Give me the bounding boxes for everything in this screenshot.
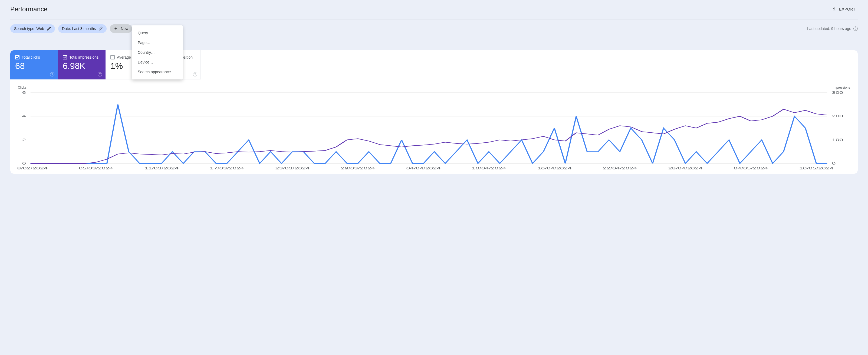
svg-text:28/02/2024: 28/02/2024 bbox=[17, 167, 48, 170]
svg-text:29/03/2024: 29/03/2024 bbox=[341, 167, 375, 170]
performance-chart: 0246010020030028/02/202405/03/202411/03/… bbox=[17, 90, 851, 171]
chip-new-filter[interactable]: New bbox=[110, 24, 132, 33]
export-label: EXPORT bbox=[839, 7, 856, 11]
page-title: Performance bbox=[10, 5, 48, 13]
svg-text:11/03/2024: 11/03/2024 bbox=[144, 167, 179, 170]
svg-text:04/04/2024: 04/04/2024 bbox=[406, 167, 440, 170]
svg-text:23/03/2024: 23/03/2024 bbox=[275, 167, 310, 170]
metric-tab-impressions[interactable]: Total impressions 6.98K ? bbox=[58, 50, 105, 79]
metric-impressions-label: Total impressions bbox=[69, 55, 98, 60]
last-updated-text: Last updated: 9 hours ago bbox=[807, 27, 851, 31]
svg-text:10/04/2024: 10/04/2024 bbox=[472, 167, 506, 170]
metric-tab-clicks[interactable]: Total clicks 68 ? bbox=[10, 50, 58, 79]
svg-text:0: 0 bbox=[22, 162, 26, 165]
metric-clicks-value: 68 bbox=[15, 62, 53, 70]
dropdown-item-query[interactable]: Query… bbox=[132, 28, 183, 38]
svg-text:22/04/2024: 22/04/2024 bbox=[602, 167, 637, 170]
help-icon[interactable]: ? bbox=[98, 72, 102, 76]
export-button[interactable]: EXPORT bbox=[830, 5, 858, 13]
svg-text:28/04/2024: 28/04/2024 bbox=[668, 167, 703, 170]
chip-search-type[interactable]: Search type: Web bbox=[10, 24, 55, 33]
y-left-axis-label: Clicks bbox=[18, 86, 27, 90]
help-icon[interactable]: ? bbox=[50, 72, 54, 76]
dropdown-item-device[interactable]: Device… bbox=[132, 57, 183, 67]
metric-clicks-label: Total clicks bbox=[22, 55, 40, 60]
metric-impressions-value: 6.98K bbox=[63, 62, 100, 70]
svg-text:0: 0 bbox=[832, 162, 836, 165]
help-icon[interactable]: ? bbox=[193, 72, 197, 76]
chip-date[interactable]: Date: Last 3 months bbox=[58, 24, 106, 33]
svg-text:17/03/2024: 17/03/2024 bbox=[210, 167, 244, 170]
pencil-icon bbox=[98, 27, 103, 31]
svg-text:16/04/2024: 16/04/2024 bbox=[537, 167, 571, 170]
chip-search-type-label: Search type: Web bbox=[14, 27, 44, 31]
dropdown-item-search-appearance[interactable]: Search appearance… bbox=[132, 67, 183, 77]
help-icon[interactable]: ? bbox=[854, 27, 858, 31]
pencil-icon bbox=[47, 27, 51, 31]
svg-text:2: 2 bbox=[22, 138, 26, 142]
svg-text:100: 100 bbox=[832, 138, 843, 142]
page-header: Performance EXPORT bbox=[10, 5, 858, 20]
chip-new-label: New bbox=[121, 27, 128, 31]
checkbox-checked-icon bbox=[15, 55, 20, 60]
new-filter-dropdown: Query… Page… Country… Device… Search app… bbox=[132, 25, 183, 79]
svg-text:4: 4 bbox=[22, 114, 26, 118]
download-icon bbox=[832, 6, 836, 12]
svg-text:05/03/2024: 05/03/2024 bbox=[79, 167, 113, 170]
y-right-axis-label: Impressions bbox=[833, 86, 850, 90]
checkbox-checked-icon bbox=[63, 55, 67, 60]
svg-text:6: 6 bbox=[22, 91, 26, 94]
dropdown-item-country[interactable]: Country… bbox=[132, 47, 183, 57]
chart-area: Clicks Impressions 0246010020030028/02/2… bbox=[10, 80, 858, 174]
svg-text:200: 200 bbox=[832, 114, 843, 118]
svg-text:04/05/2024: 04/05/2024 bbox=[734, 167, 768, 170]
dropdown-item-page[interactable]: Page… bbox=[132, 38, 183, 47]
svg-text:10/05/2024: 10/05/2024 bbox=[799, 167, 834, 170]
plus-icon bbox=[114, 27, 118, 31]
filters-row: Search type: Web Date: Last 3 months Ne bbox=[10, 24, 858, 33]
last-updated: Last updated: 9 hours ago ? bbox=[807, 27, 858, 31]
svg-text:300: 300 bbox=[832, 91, 843, 94]
chip-date-label: Date: Last 3 months bbox=[62, 27, 96, 31]
checkbox-unchecked-icon bbox=[111, 55, 115, 60]
